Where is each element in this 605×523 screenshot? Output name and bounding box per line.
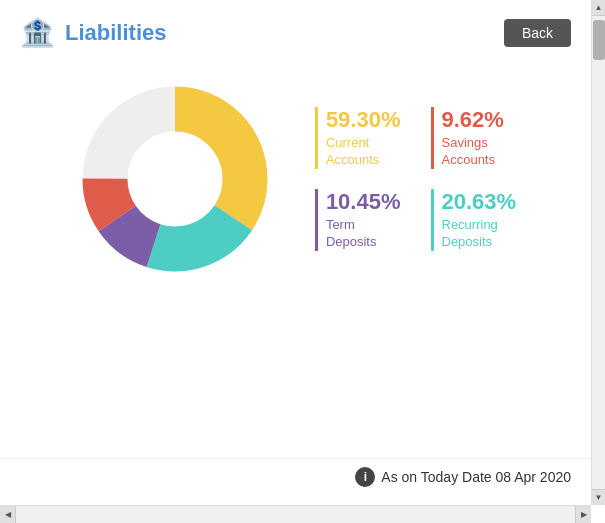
- svg-point-5: [128, 132, 222, 226]
- as-on-label: As on Today Date 08 Apr 2020: [381, 469, 571, 485]
- legend-percent-current: 59.30%: [326, 107, 401, 133]
- scroll-left-button[interactable]: ◀: [0, 506, 16, 524]
- scroll-thumb[interactable]: [593, 20, 605, 60]
- legend-label-recurring: RecurringDeposits: [442, 217, 517, 251]
- legend-label-savings: SavingsAccounts: [442, 135, 517, 169]
- info-icon: i: [355, 467, 375, 487]
- legend-label-term: TermDeposits: [326, 217, 401, 251]
- scroll-up-button[interactable]: ▲: [592, 0, 606, 16]
- legend-item-recurring: 20.63% RecurringDeposits: [431, 189, 517, 251]
- main-content: 🏦 Liabilities Back: [0, 0, 591, 505]
- legend-item-current: 59.30% CurrentAccounts: [315, 107, 401, 169]
- legend-percent-recurring: 20.63%: [442, 189, 517, 215]
- donut-chart: [75, 79, 275, 279]
- title-area: 🏦 Liabilities: [20, 16, 166, 49]
- legend-item-term: 10.45% TermDeposits: [315, 189, 401, 251]
- scroll-down-button[interactable]: ▼: [592, 489, 606, 505]
- legend-item-savings: 9.62% SavingsAccounts: [431, 107, 517, 169]
- legend-label-current: CurrentAccounts: [326, 135, 401, 169]
- scrollbar-bottom: ◀ ▶: [0, 505, 591, 523]
- legend-percent-term: 10.45%: [326, 189, 401, 215]
- header: 🏦 Liabilities Back: [20, 16, 571, 49]
- legend-percent-savings: 9.62%: [442, 107, 517, 133]
- back-button[interactable]: Back: [504, 19, 571, 47]
- liabilities-icon: 🏦: [20, 16, 55, 49]
- footer: i As on Today Date 08 Apr 2020: [0, 458, 591, 495]
- page-title: Liabilities: [65, 20, 166, 46]
- footer-text: i As on Today Date 08 Apr 2020: [355, 467, 571, 487]
- legend: 59.30% CurrentAccounts 9.62% SavingsAcco…: [315, 107, 516, 251]
- chart-section: 59.30% CurrentAccounts 9.62% SavingsAcco…: [20, 79, 571, 279]
- scroll-right-button[interactable]: ▶: [575, 506, 591, 524]
- scrollbar-right: ▲ ▼: [591, 0, 605, 505]
